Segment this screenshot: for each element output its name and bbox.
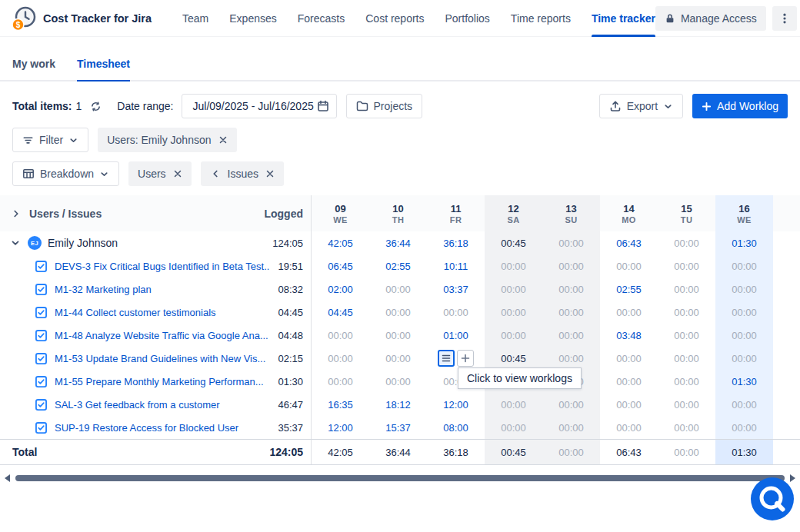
worklog-cell[interactable]: 00:00 [658, 370, 715, 393]
worklog-cell[interactable]: 00:00 [600, 347, 658, 370]
worklog-cell[interactable]: 00:00 [485, 301, 542, 324]
worklog-cell[interactable]: 00:00 [312, 370, 369, 393]
worklog-cell[interactable]: 00:00 [715, 254, 773, 278]
worklog-cell[interactable]: 18:12 [369, 393, 427, 416]
date-range-input[interactable]: Jul/09/2025 - Jul/16/2025 [182, 94, 337, 118]
worklog-cell[interactable]: 00:00 [658, 324, 715, 347]
worklog-cell[interactable]: 00:00 [542, 254, 600, 278]
filter-chip-users-emily-johnson-close-icon[interactable] [218, 135, 228, 145]
export-button[interactable]: Export [599, 94, 683, 118]
help-fab-button[interactable] [751, 477, 794, 520]
worklog-cell[interactable]: 36:18 [427, 231, 485, 254]
worklog-cell[interactable]: 00:00 [600, 416, 658, 439]
worklog-cell[interactable]: 42:05 [312, 231, 369, 254]
breakdown-chip-issues[interactable]: Issues [201, 161, 284, 186]
chevron-left-icon[interactable] [210, 168, 221, 179]
breakdown-chip-users-close-icon[interactable] [173, 169, 182, 178]
worklog-cell[interactable]: 00:00 [715, 416, 773, 439]
issue-link[interactable]: M1-48 Analyze Website Traffic via Google… [55, 330, 268, 341]
worklog-cell[interactable]: 15:37 [369, 416, 427, 439]
worklog-cell[interactable]: 00:00 [542, 301, 600, 324]
horizontal-scrollbar[interactable] [5, 473, 795, 484]
scrollbar-thumb[interactable] [15, 475, 785, 481]
worklog-cell[interactable]: 00:00 [715, 278, 773, 301]
worklog-cell[interactable]: 00:00 [658, 254, 715, 278]
nav-item-time-tracker[interactable]: Time tracker [592, 0, 655, 37]
worklog-cell[interactable]: 16:35 [312, 393, 369, 416]
worklog-cell[interactable]: 00:00 [600, 254, 658, 278]
worklog-cell[interactable]: 36:44 [369, 231, 427, 254]
worklog-cell[interactable]: 06:45 [312, 254, 369, 278]
worklog-cell[interactable]: 00:00 [715, 347, 773, 370]
breakdown-chip-users[interactable]: Users [128, 161, 192, 186]
worklog-cell[interactable]: 00:00 [485, 393, 542, 416]
worklog-cell[interactable]: 00:00 [542, 416, 600, 439]
worklog-cell[interactable]: 03:48 [600, 324, 658, 347]
filter-button[interactable]: Filter [12, 128, 88, 152]
worklog-cell[interactable]: 02:00 [312, 278, 369, 301]
worklog-cell[interactable]: 01:00 [427, 324, 485, 347]
worklog-cell[interactable]: 00:00 [658, 393, 715, 416]
worklog-cell[interactable]: 00:00 [312, 324, 369, 347]
issue-link[interactable]: M1-55 Prepare Monthly Marketing Performa… [55, 376, 264, 387]
worklog-cell[interactable]: 02:55 [600, 278, 658, 301]
filter-chip-users-emily-johnson[interactable]: Users: Emily Johnson [98, 128, 236, 152]
refresh-button[interactable] [86, 97, 105, 115]
issue-link[interactable]: DEVS-3 Fix Critical Bugs Identified in B… [55, 261, 270, 272]
collapse-toggle-icon[interactable] [9, 238, 22, 248]
worklog-cell[interactable]: 01:30 [715, 231, 773, 254]
worklog-cell[interactable]: 00:00 [542, 231, 600, 254]
chevron-right-icon[interactable] [10, 208, 22, 219]
tab-my-work[interactable]: My work [12, 48, 55, 80]
calendar-icon[interactable] [317, 100, 329, 112]
worklog-cell[interactable]: 12:00 [427, 393, 485, 416]
worklog-cell[interactable]: 00:00 [658, 231, 715, 254]
worklog-cell[interactable]: 00:00 [542, 324, 600, 347]
worklog-cell[interactable]: 00:45 [485, 231, 542, 254]
worklog-cell[interactable]: 00:00 [542, 393, 600, 416]
projects-button[interactable]: Projects [346, 94, 423, 118]
manage-access-button[interactable]: Manage Access [655, 6, 766, 31]
worklog-cell[interactable]: 00:00 [485, 278, 542, 301]
scroll-left-arrow[interactable] [5, 474, 10, 482]
worklog-cell[interactable]: 02:55 [369, 254, 427, 278]
worklog-cell[interactable]: Click to view worklogs [427, 347, 485, 370]
worklog-cell[interactable]: 00:00 [715, 393, 773, 416]
worklog-cell[interactable]: 00:00 [600, 370, 658, 393]
worklog-cell[interactable]: 00:00 [658, 301, 715, 324]
worklog-cell[interactable]: 00:00 [542, 278, 600, 301]
worklog-cell[interactable]: 00:00 [369, 301, 427, 324]
issue-link[interactable]: SAL-3 Get feedback from a customer [55, 399, 220, 411]
worklog-cell[interactable]: 00:00 [658, 416, 715, 439]
worklog-cell[interactable]: 00:45 [485, 347, 542, 370]
worklog-cell[interactable]: 00:00 [658, 278, 715, 301]
add-worklog-button[interactable]: Add Worklog [692, 94, 788, 118]
worklog-cell[interactable]: 00:00 [369, 370, 427, 393]
issue-link[interactable]: M1-53 Update Brand Guidelines with New V… [55, 353, 265, 364]
worklog-cell[interactable]: 04:45 [312, 301, 369, 324]
worklog-cell[interactable]: 00:00 [600, 393, 658, 416]
worklog-cell[interactable]: 00:00 [542, 347, 600, 370]
breakdown-chip-issues-close-icon[interactable] [265, 169, 275, 178]
view-worklogs-button[interactable] [438, 350, 455, 367]
worklog-cell[interactable]: 00:00 [369, 324, 427, 347]
worklog-cell[interactable]: 00:00 [658, 347, 715, 370]
breakdown-button[interactable]: Breakdown [12, 161, 119, 186]
worklog-cell[interactable]: 00:00 [485, 416, 542, 439]
worklog-cell[interactable]: 00:00 [715, 324, 773, 347]
worklog-cell[interactable]: 12:00 [312, 416, 369, 439]
add-worklog-cell-button[interactable] [457, 350, 474, 367]
nav-item-forecasts[interactable]: Forecasts [298, 0, 345, 37]
worklog-cell[interactable]: 00:00 [369, 278, 427, 301]
worklog-cell[interactable]: 01:30 [715, 370, 773, 393]
worklog-cell[interactable]: 00:00 [485, 324, 542, 347]
tab-timesheet[interactable]: Timesheet [77, 48, 130, 80]
issue-link[interactable]: M1-32 Marketing plan [55, 284, 152, 295]
nav-item-time-reports[interactable]: Time reports [511, 0, 571, 37]
worklog-cell[interactable]: 00:00 [369, 347, 427, 370]
issue-link[interactable]: SUP-19 Restore Access for Blocked User [55, 422, 238, 434]
nav-item-expenses[interactable]: Expenses [229, 0, 276, 37]
issue-link[interactable]: M1-44 Collect customer testimonials [55, 307, 216, 318]
worklog-cell[interactable]: 00:00 [715, 301, 773, 324]
nav-item-team[interactable]: Team [182, 0, 208, 37]
